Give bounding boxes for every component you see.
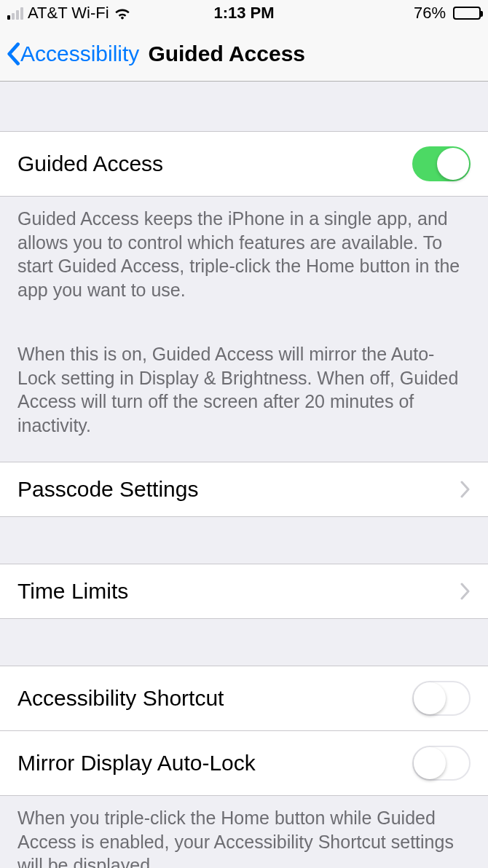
passcode-settings-row[interactable]: Passcode Settings (0, 462, 488, 517)
back-label: Accessibility (20, 42, 139, 66)
chevron-left-icon (6, 42, 20, 66)
guided-access-label: Guided Access (17, 151, 163, 176)
battery-icon (453, 7, 481, 20)
guided-access-footer: Guided Access keeps the iPhone in a sing… (0, 197, 488, 444)
accessibility-shortcut-row: Accessibility Shortcut (0, 666, 488, 731)
status-bar: AT&T Wi-Fi 1:13 PM 76% (0, 0, 488, 26)
cellular-signal-icon (7, 7, 23, 20)
battery-percentage: 76% (414, 4, 446, 23)
guided-access-row: Guided Access (0, 131, 488, 197)
back-button[interactable]: Accessibility (6, 42, 139, 66)
accessibility-shortcut-toggle[interactable] (412, 681, 471, 716)
accessibility-shortcut-label: Accessibility Shortcut (17, 686, 224, 711)
nav-bar: Accessibility Guided Access (0, 26, 488, 82)
guided-access-toggle[interactable] (412, 146, 471, 181)
page-title: Guided Access (148, 42, 305, 66)
carrier-label: AT&T Wi-Fi (28, 4, 109, 23)
time-limits-label: Time Limits (17, 579, 128, 604)
chevron-right-icon (460, 481, 471, 498)
chevron-right-icon (460, 583, 471, 600)
clock: 1:13 PM (213, 4, 274, 23)
wifi-icon (114, 7, 131, 20)
time-limits-row[interactable]: Time Limits (0, 564, 488, 619)
passcode-settings-label: Passcode Settings (17, 477, 198, 502)
mirror-auto-lock-row: Mirror Display Auto-Lock (0, 731, 488, 796)
shortcut-group: Accessibility Shortcut Mirror Display Au… (0, 666, 488, 796)
mirror-auto-lock-toggle[interactable] (412, 746, 471, 781)
mirror-auto-lock-label: Mirror Display Auto-Lock (17, 751, 256, 776)
shortcut-footer: When you triple-click the Home button wh… (0, 796, 488, 868)
